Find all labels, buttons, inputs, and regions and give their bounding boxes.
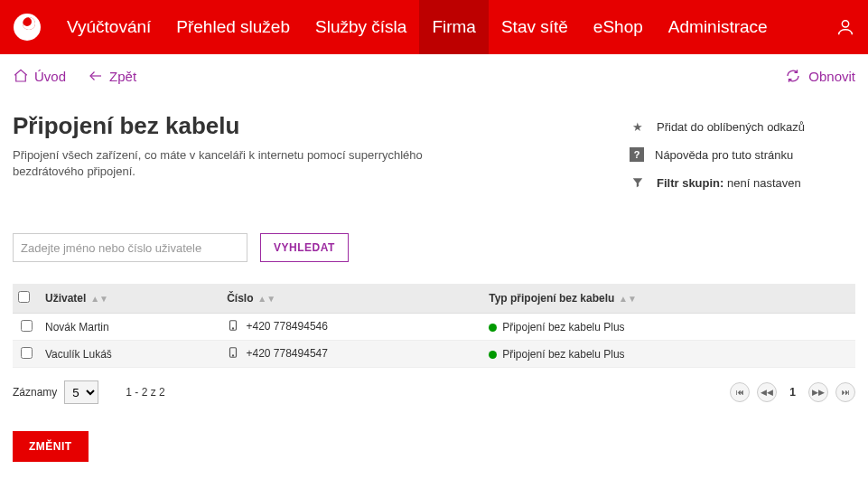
refresh-icon	[785, 68, 801, 84]
home-label: Úvod	[34, 69, 66, 84]
page-last-button[interactable]: ⏭	[835, 382, 855, 402]
nav-services-overview[interactable]: Přehled služeb	[163, 0, 303, 54]
star-icon: ★	[630, 118, 646, 135]
group-filter-link[interactable]: Filtr skupin: není nastaven	[630, 168, 855, 197]
refresh-label: Obnovit	[808, 69, 855, 84]
breadcrumb-bar: Úvod Zpět Obnovit	[0, 54, 868, 98]
phone-icon	[227, 319, 239, 334]
users-table: Uživatel ▲▼ Číslo ▲▼ Typ připojení bez k…	[13, 284, 855, 368]
page-first-button[interactable]: ⏮	[730, 382, 750, 402]
svg-point-0	[842, 21, 848, 27]
cell-number: +420 778494547	[221, 341, 483, 368]
search-row: VYHLEDAT	[13, 233, 855, 262]
table-row: Vaculík Lukáš +420 778494547 Připojení b…	[13, 341, 855, 368]
search-button[interactable]: VYHLEDAT	[260, 233, 349, 262]
row-checkbox[interactable]	[21, 320, 33, 332]
cell-user: Vaculík Lukáš	[40, 341, 221, 368]
add-favorite-link[interactable]: ★ Přidat do oblíbených odkazů	[630, 112, 855, 141]
user-menu[interactable]	[823, 0, 868, 54]
table-header-row: Uživatel ▲▼ Číslo ▲▼ Typ připojení bez k…	[13, 284, 855, 314]
add-favorite-label: Přidat do oblíbených odkazů	[657, 120, 805, 134]
header-user[interactable]: Uživatel ▲▼	[40, 284, 221, 314]
page-next-button[interactable]: ▶▶	[808, 382, 828, 402]
cell-user: Novák Martin	[40, 314, 221, 341]
page-current: 1	[784, 386, 801, 399]
filter-icon	[630, 174, 646, 191]
cell-type: Připojení bez kabelu Plus	[483, 314, 855, 341]
table-row: Novák Martin +420 778494546 Připojení be…	[13, 314, 855, 341]
top-nav: Vyúčtování Přehled služeb Služby čísla F…	[0, 0, 868, 54]
back-label: Zpět	[109, 69, 136, 84]
row-checkbox[interactable]	[21, 347, 33, 359]
nav-eshop[interactable]: eShop	[581, 0, 656, 54]
page-title: Připojení bez kabelu	[13, 112, 593, 140]
select-all-checkbox[interactable]	[18, 291, 30, 303]
brand-logo[interactable]	[9, 0, 45, 54]
back-link[interactable]: Zpět	[88, 68, 136, 84]
arrow-left-icon	[88, 68, 104, 84]
page-size-select[interactable]: 5	[64, 380, 98, 404]
filter-text: Filtr skupin: není nastaven	[657, 176, 801, 190]
nav-network-status[interactable]: Stav sítě	[489, 0, 581, 54]
search-input[interactable]	[13, 233, 247, 262]
home-link[interactable]: Úvod	[13, 68, 66, 84]
help-icon: ?	[630, 147, 644, 162]
nav-company[interactable]: Firma	[419, 0, 489, 54]
svg-point-2	[233, 328, 234, 329]
change-button[interactable]: ZMĚNIT	[13, 431, 89, 462]
user-icon	[835, 17, 855, 37]
status-dot-icon	[489, 351, 497, 359]
sort-icon: ▲▼	[616, 294, 637, 304]
page-prev-button[interactable]: ◀◀	[757, 382, 777, 402]
records-range: 1 - 2 z 2	[126, 386, 164, 399]
records-label: Záznamy	[13, 386, 57, 399]
header-number[interactable]: Číslo ▲▼	[221, 284, 483, 314]
content-area: Připojení bez kabelu Připojení všech zař…	[0, 98, 868, 479]
home-icon	[13, 68, 29, 84]
status-dot-icon	[489, 324, 497, 332]
nav-administration[interactable]: Administrace	[656, 0, 780, 54]
side-links: ★ Přidat do oblíbených odkazů ? Nápověda…	[630, 112, 855, 197]
nav-billing[interactable]: Vyúčtování	[54, 0, 163, 54]
header-type[interactable]: Typ připojení bez kabelu ▲▼	[483, 284, 855, 314]
svg-point-4	[233, 355, 234, 356]
help-link[interactable]: ? Nápověda pro tuto stránku	[630, 141, 855, 168]
sort-icon: ▲▼	[255, 294, 275, 304]
help-label: Nápověda pro tuto stránku	[655, 148, 793, 162]
sort-icon: ▲▼	[88, 294, 108, 304]
refresh-link[interactable]: Obnovit	[785, 68, 855, 84]
paging-row: Záznamy 5 1 - 2 z 2 ⏮ ◀◀ 1 ▶▶ ⏭	[13, 380, 855, 404]
nav-items: Vyúčtování Přehled služeb Služby čísla F…	[54, 0, 780, 54]
phone-icon	[227, 346, 239, 362]
select-all-cell	[13, 284, 40, 314]
pagination-buttons: ⏮ ◀◀ 1 ▶▶ ⏭	[730, 382, 855, 402]
page-header-row: Připojení bez kabelu Připojení všech zař…	[13, 98, 855, 197]
page-description: Připojení všech zařízení, co máte v kanc…	[13, 147, 464, 180]
vodafone-logo-icon	[14, 14, 41, 41]
nav-number-services[interactable]: Služby čísla	[303, 0, 419, 54]
cell-type: Připojení bez kabelu Plus	[483, 341, 855, 368]
cell-number: +420 778494546	[221, 314, 483, 341]
